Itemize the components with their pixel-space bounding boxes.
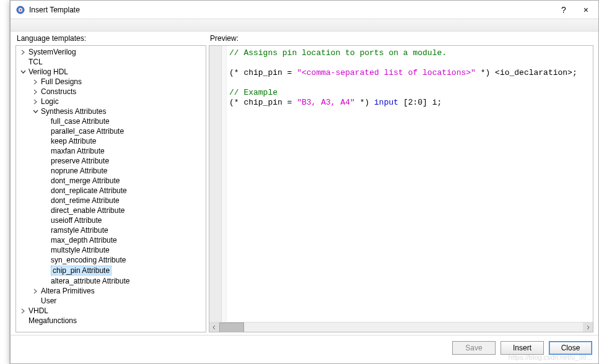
tree-item[interactable]: syn_encoding Attribute	[16, 255, 206, 265]
chevron-none	[41, 127, 50, 136]
background-editor-sliver	[0, 0, 10, 364]
chevron-none	[41, 236, 50, 245]
save-button[interactable]: Save	[452, 341, 496, 355]
app-icon	[15, 5, 25, 15]
chevron-none	[19, 316, 27, 325]
tree-item[interactable]: preserve Attribute	[16, 156, 206, 166]
tree-item-label: User	[41, 297, 56, 305]
chevron-down-icon[interactable]	[31, 107, 40, 116]
tree-item-label: noprune Attribute	[51, 167, 107, 175]
chevron-none	[31, 297, 40, 305]
tree-item[interactable]: ramstyle Attribute	[16, 225, 206, 235]
chevron-none	[41, 196, 50, 205]
chevron-none	[41, 256, 50, 264]
tree-item-label: chip_pin Attribute	[51, 266, 111, 275]
tree-item-label: syn_encoding Attribute	[51, 256, 126, 264]
tree-item-label: TCL	[28, 58, 43, 66]
chevron-right-icon[interactable]	[31, 87, 40, 96]
tree-item-label: useioff Attribute	[51, 216, 102, 225]
chevron-none	[41, 167, 50, 175]
tree-item[interactable]: VHDL	[16, 306, 206, 316]
chevron-right-icon[interactable]	[19, 48, 27, 56]
tree-item[interactable]: max_depth Attribute	[16, 235, 206, 245]
scroll-left-button[interactable]	[209, 323, 219, 332]
tree-item-label: dont_merge Attribute	[51, 176, 120, 185]
tree-item-label: SystemVerilog	[28, 48, 76, 56]
window-title: Insert Template	[29, 6, 556, 14]
tree-item[interactable]: dont_merge Attribute	[16, 176, 206, 186]
tree-item[interactable]: maxfan Attribute	[16, 146, 206, 156]
dialog-footer: Save Insert Close	[11, 335, 598, 360]
tree-item[interactable]: chip_pin Attribute	[16, 265, 206, 276]
tree-item[interactable]: dont_retime Attribute	[16, 196, 206, 206]
chevron-right-icon[interactable]	[19, 306, 27, 315]
tree-item-label: direct_enable Attribute	[51, 206, 125, 215]
scroll-track[interactable]	[219, 323, 583, 332]
chevron-none	[41, 117, 50, 126]
tree-item[interactable]: User	[16, 296, 206, 306]
titlebar: Insert Template ? ×	[11, 1, 598, 19]
code-content: // Assigns pin location to ports on a mo…	[229, 48, 590, 108]
tree-item[interactable]: keep Attribute	[16, 136, 206, 146]
fold-gutter	[222, 46, 227, 322]
tree-item[interactable]: SystemVerilog	[16, 47, 206, 57]
tree-item-label: preserve Attribute	[51, 157, 109, 165]
templates-tree[interactable]: SystemVerilogTCLVerilog HDLFull DesignsC…	[15, 45, 206, 332]
tree-item[interactable]: parallel_case Attribute	[16, 126, 206, 136]
chevron-right-icon[interactable]	[31, 77, 40, 86]
tree-item-label: keep Attribute	[51, 137, 96, 145]
chevron-right-icon[interactable]	[31, 287, 40, 295]
chevron-right-icon[interactable]	[31, 97, 40, 106]
scroll-thumb[interactable]	[219, 323, 244, 332]
tree-item[interactable]: Megafunctions	[16, 316, 206, 326]
line-gutter	[209, 46, 222, 322]
chevron-none	[41, 226, 50, 235]
tree-item[interactable]: dont_replicate Attribute	[16, 186, 206, 196]
tree-item-label: Megafunctions	[28, 316, 77, 325]
chevron-none	[41, 157, 50, 165]
tree-item[interactable]: Altera Primitives	[16, 286, 206, 296]
tree-item[interactable]: full_case Attribute	[16, 116, 206, 126]
chevron-down-icon[interactable]	[19, 67, 27, 76]
chevron-none	[41, 137, 50, 145]
chevron-none	[41, 277, 50, 285]
tree-item-label: VHDL	[28, 306, 48, 315]
tree-item-label: full_case Attribute	[51, 117, 110, 126]
tree-item[interactable]: Verilog HDL	[16, 67, 206, 77]
tree-item-label: Logic	[41, 97, 59, 106]
preview-label: Preview:	[210, 34, 593, 43]
tree-item[interactable]: altera_attribute Attribute	[16, 276, 206, 286]
tree-item-label: Synthesis Attributes	[41, 107, 106, 116]
content-area: Language templates: SystemVerilogTCLVeri…	[11, 32, 598, 335]
tree-item[interactable]: Logic	[16, 97, 206, 106]
tree-item[interactable]: TCL	[16, 57, 206, 67]
tree-item-label: dont_replicate Attribute	[51, 186, 127, 195]
tree-item[interactable]: multstyle Attribute	[16, 245, 206, 255]
insert-button[interactable]: Insert	[501, 341, 544, 355]
header-strip	[11, 19, 598, 32]
insert-template-dialog: Insert Template ? × Language templates: …	[10, 0, 599, 364]
tree-item[interactable]: useioff Attribute	[16, 215, 206, 225]
tree-item[interactable]: direct_enable Attribute	[16, 206, 206, 215]
scroll-right-button[interactable]	[583, 323, 593, 332]
help-button[interactable]: ?	[556, 2, 571, 17]
tree-item-label: maxfan Attribute	[51, 147, 105, 155]
templates-label: Language templates:	[17, 34, 206, 43]
tree-item-label: altera_attribute Attribute	[51, 277, 129, 285]
close-button[interactable]: Close	[549, 341, 592, 355]
chevron-none	[41, 206, 50, 215]
tree-item-label: ramstyle Attribute	[51, 226, 108, 235]
tree-item[interactable]: Constructs	[16, 87, 206, 97]
chevron-none	[19, 58, 27, 66]
close-window-button[interactable]: ×	[579, 2, 593, 17]
horizontal-scrollbar[interactable]	[209, 322, 593, 332]
preview-editor[interactable]: // Assigns pin location to ports on a mo…	[209, 45, 593, 332]
tree-item-label: Full Designs	[41, 77, 82, 86]
tree-item[interactable]: noprune Attribute	[16, 166, 206, 176]
tree-item-label: Constructs	[41, 87, 76, 96]
chevron-none	[41, 147, 50, 155]
svg-point-2	[20, 9, 22, 11]
templates-pane: Language templates: SystemVerilogTCLVeri…	[11, 32, 206, 335]
tree-item[interactable]: Synthesis Attributes	[16, 106, 206, 116]
tree-item[interactable]: Full Designs	[16, 77, 206, 87]
